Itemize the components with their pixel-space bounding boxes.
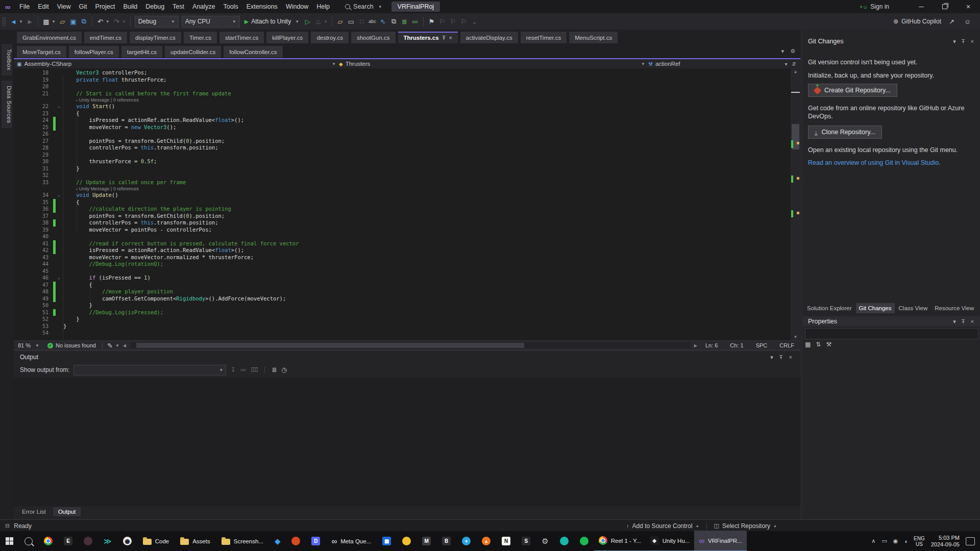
bottom-tab-output[interactable]: Output (53, 507, 81, 516)
scroll-up-icon[interactable]: ▲ (791, 69, 800, 74)
tab-killPlayer-cs[interactable]: killPlayer.cs (266, 32, 308, 43)
line-ending-indicator[interactable]: CRLF (773, 342, 800, 348)
code-text[interactable]: // Update is called once per frame (63, 179, 186, 186)
code-text[interactable]: //move player position (63, 288, 173, 295)
menu-edit[interactable]: Edit (34, 0, 53, 13)
spell-check-button[interactable]: abc (367, 15, 378, 28)
next-bookmark-button[interactable]: ⚐ (448, 15, 458, 28)
horizontal-scrollbar-thumb[interactable] (136, 343, 524, 348)
output-source-dropdown[interactable]: ▼ (74, 365, 226, 375)
sidebar-tab-toolbox[interactable]: Toolbox (2, 44, 12, 76)
tab-Timer-cs[interactable]: Timer.cs (184, 32, 217, 43)
editor-vertical-scrollbar[interactable]: ▲ ▼ (791, 68, 800, 340)
code-text[interactable]: // Start is called before the first fram… (63, 90, 231, 97)
collapse-chevron-icon[interactable]: ⌄ (58, 192, 60, 199)
find-in-files-button[interactable]: ▱ (335, 15, 346, 28)
collapse-chevron-icon[interactable]: ⌄ (58, 274, 60, 282)
scroll-left-icon[interactable]: ◀ (121, 343, 128, 348)
sign-in-button[interactable]: +☺ Sign in (860, 3, 889, 10)
tab-GrabEnvironment-cs[interactable]: GrabEnvironment.cs (17, 32, 82, 43)
tab-pin-icon[interactable]: Ŧ (443, 35, 446, 41)
tab-followPlayer-cs[interactable]: followPlayer.cs (69, 46, 119, 58)
attach-to-unity-button[interactable]: ▶Attach to Unity▼ (241, 15, 302, 28)
type-dropdown[interactable]: ◆ Thrusters ▼ (336, 59, 645, 68)
blue-app-icon[interactable]: ▦ (377, 531, 397, 551)
menu-test[interactable]: Test (168, 0, 188, 13)
properties-object-dropdown[interactable] (805, 328, 978, 339)
discord-icon[interactable]: D (306, 531, 326, 551)
meta-quest-icon[interactable]: ∞Meta Que... (326, 531, 377, 551)
options-dots-button[interactable]: ∷ (356, 15, 367, 28)
code-text[interactable]: moveVector = new Vector3(); (63, 124, 176, 131)
navigate-back-button[interactable]: ◄▼ (8, 15, 24, 28)
bottom-tab-error-list[interactable]: Error List (17, 507, 51, 516)
tab-shootGun-cs[interactable]: shootGun.cs (351, 32, 396, 43)
epic-games-icon[interactable]: E (58, 531, 78, 551)
window-chrome-reel[interactable]: Reel 1 - Y... (594, 531, 646, 551)
share-icon[interactable]: ↗ (946, 15, 957, 28)
menu-git[interactable]: Git (75, 0, 91, 13)
menu-extensions[interactable]: Extensions (242, 0, 282, 13)
panel-pin-icon[interactable]: Ŧ (962, 38, 965, 45)
monitor-icon[interactable]: ▭ (881, 538, 887, 544)
solution-configurations-combo[interactable]: Debug▼ (135, 16, 179, 28)
increase-indent-button[interactable]: ≔ (410, 15, 421, 28)
minimize-button[interactable] (910, 0, 933, 13)
panel-chevron-icon[interactable]: ▾ (770, 354, 773, 361)
interactive-window-button[interactable]: ⧉ (388, 15, 399, 28)
code-text[interactable]: //Debug.Log(rotationQ); (63, 261, 163, 268)
restore-button[interactable] (933, 0, 957, 13)
zoom-level-dropdown[interactable]: 81 % ▼ (14, 342, 43, 348)
tab-startTimer-cs[interactable]: startTimer.cs (219, 32, 264, 43)
code-text[interactable]: void Start() (63, 103, 115, 110)
output-window-button[interactable]: ▭ (346, 15, 356, 28)
panel-tab-resource-view[interactable]: Resource View (932, 303, 977, 313)
menu-build[interactable]: Build (119, 0, 141, 13)
redo-button[interactable]: ↷▼ (111, 15, 128, 28)
folder-code[interactable]: Code (137, 531, 175, 551)
search-control[interactable]: Search ▼ (341, 3, 386, 10)
save-button[interactable]: ▣ (68, 15, 79, 28)
yellow-circle-icon[interactable] (397, 531, 416, 551)
b-app-icon[interactable]: B (436, 531, 456, 551)
flame-app-icon[interactable]: ▲ (476, 531, 496, 551)
panel-tab-class-view[interactable]: Class View (896, 303, 931, 313)
undo-button[interactable]: ↶▼ (95, 15, 111, 28)
github-desktop-icon[interactable]: ⬤ (117, 531, 137, 551)
blue-diamond-icon[interactable]: ◆ (269, 531, 286, 551)
alphabetical-icon[interactable]: ⇅ (816, 341, 821, 348)
tab-followController-cs[interactable]: followController.cs (224, 46, 282, 58)
code-text[interactable]: pointPos = transform.GetChild(0).positio… (63, 138, 225, 145)
tab-close-icon[interactable]: × (449, 35, 452, 41)
code-text[interactable]: thrusterForce = 0.5f; (63, 158, 157, 165)
window-vs-project[interactable]: ∞VRFinalPR... (694, 531, 746, 551)
menu-debug[interactable]: Debug (141, 0, 168, 13)
code-text[interactable]: camOffset.GetComponent<Rigidbody>().AddF… (63, 295, 286, 303)
window-unity-hub[interactable]: ◈Unity Hu... (646, 531, 695, 551)
sidebar-tab-data-sources[interactable]: Data Sources (2, 81, 12, 128)
chrome-icon[interactable] (38, 531, 58, 551)
tab-targetHit-cs[interactable]: targetHit.cs (121, 46, 162, 58)
navbar-chevron-icon[interactable]: ▾ (785, 61, 788, 67)
start-button[interactable] (0, 531, 19, 551)
code-text[interactable]: Vector3 controllerPos; (63, 69, 147, 77)
menu-project[interactable]: Project (91, 0, 119, 13)
code-text[interactable]: isPressed = actionRef.action.ReadValue<f… (63, 247, 244, 254)
tab-well-settings-gear-icon[interactable]: ⚙ (790, 48, 795, 55)
scroll-right-icon[interactable]: ▶ (692, 343, 699, 348)
folder-assets[interactable]: Assets (175, 531, 216, 551)
panel-tab-solution-explorer[interactable]: Solution Explorer (804, 303, 855, 313)
notification-center-icon[interactable] (966, 537, 975, 545)
column-indicator[interactable]: Ch: 1 (724, 342, 749, 348)
app-icon-1[interactable] (78, 531, 98, 551)
code-text[interactable]: } (63, 316, 80, 323)
tab-resetTimer-cs[interactable]: resetTimer.cs (521, 32, 567, 43)
code-text[interactable]: //calculate direction the player is poin… (63, 206, 231, 213)
clone-repository-button[interactable]: ↓ Clone Repository... (808, 126, 882, 139)
code-editor[interactable]: 18Vector3 controllerPos;19private float … (14, 68, 791, 340)
select-repository-button[interactable]: ◫ Select Repository ▲ (714, 522, 777, 530)
tab-MenuScript-cs[interactable]: MenuScript.cs (569, 32, 618, 43)
close-button[interactable]: × (957, 0, 980, 13)
code-text[interactable]: } (63, 323, 66, 330)
toggle-word-wrap-icon[interactable]: ≣ (272, 366, 277, 373)
